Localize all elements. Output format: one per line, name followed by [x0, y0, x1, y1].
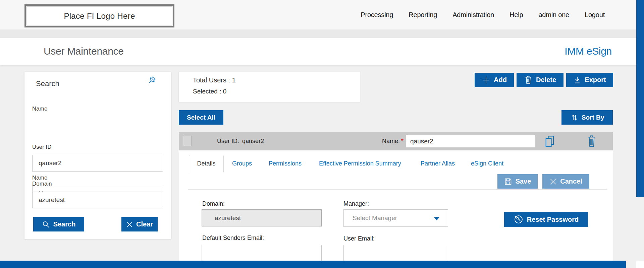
chevron-down-icon — [434, 217, 440, 220]
cancel-button[interactable]: Cancel — [542, 174, 589, 189]
cancel-x-icon — [549, 178, 557, 185]
top-bar: Place FI Logo Here Processing Reporting … — [0, 0, 644, 29]
pin-icon[interactable] — [145, 75, 158, 90]
row-name-label: Name: * — [382, 132, 404, 150]
row-checkbox[interactable] — [183, 136, 192, 146]
form-domain-label: Domain: — [202, 200, 225, 207]
user-details-panel: Details Groups Permissions Effective Per… — [179, 150, 613, 261]
manager-select-value: Select Manager — [353, 214, 397, 222]
row-user-id-value: qauser2 — [242, 132, 264, 150]
form-user-email-label: User Email: — [343, 235, 375, 242]
tab-partner-alias[interactable]: Partner Alias — [421, 155, 455, 172]
manager-select[interactable]: Select Manager — [343, 209, 448, 227]
selected-count-text: Selected : 0 — [193, 88, 360, 95]
nav-administration[interactable]: Administration — [452, 11, 494, 19]
tab-permissions[interactable]: Permissions — [269, 155, 302, 172]
reset-password-button[interactable]: Reset Password — [504, 212, 588, 227]
header-divider-band — [0, 29, 644, 38]
form-default-senders-email-label: Default Senders Email: — [202, 234, 264, 242]
tab-effective-permission-summary[interactable]: Effective Permission Summary — [319, 155, 401, 172]
clear-button[interactable]: Clear — [121, 217, 158, 231]
row-name-label-text: Name: — [382, 138, 400, 145]
search-domain-input[interactable] — [32, 192, 163, 208]
nav-help[interactable]: Help — [509, 11, 523, 19]
copy-user-icon[interactable] — [544, 135, 555, 149]
nav-reporting[interactable]: Reporting — [409, 11, 437, 19]
save-button[interactable]: Save — [497, 174, 538, 189]
export-button-label: Export — [585, 76, 606, 84]
logo-text: Place FI Logo Here — [64, 11, 135, 21]
clear-button-label: Clear — [136, 220, 153, 228]
save-icon — [504, 178, 512, 186]
sort-icon — [570, 113, 578, 122]
nav-user-menu[interactable]: admin one — [538, 11, 569, 19]
sort-by-button[interactable]: Sort By — [561, 110, 613, 125]
required-asterisk: * — [401, 138, 404, 145]
tab-esign-client[interactable]: eSign Client — [471, 155, 503, 172]
nav-logout[interactable]: Logout — [585, 11, 605, 19]
cancel-button-label: Cancel — [560, 178, 582, 185]
row-name-input[interactable] — [406, 135, 535, 147]
fi-logo-placeholder: Place FI Logo Here — [24, 4, 174, 27]
sort-by-label: Sort By — [582, 114, 604, 121]
tab-details[interactable]: Details — [189, 155, 224, 172]
bottom-accent-bar — [0, 261, 626, 268]
nav-processing[interactable]: Processing — [361, 11, 393, 19]
form-domain-value: azuretest — [215, 214, 241, 222]
add-button[interactable]: Add — [475, 73, 514, 87]
right-scrollbar-strip[interactable] — [636, 0, 644, 197]
scrollbar-corner — [636, 261, 644, 268]
reset-password-icon — [514, 214, 524, 224]
name-label: Name — [32, 175, 47, 181]
form-domain-input: azuretest — [202, 209, 322, 226]
add-button-label: Add — [494, 76, 507, 84]
search-panel-title: Search — [36, 79, 59, 88]
row-user-id-label: User ID: — [217, 132, 239, 150]
name-label: Name — [32, 106, 47, 112]
domain-label: Domain — [32, 181, 52, 187]
user-row-header: User ID: qauser2 Name: * — [179, 132, 613, 150]
page-title-bar: User Maintenance i IMM eSign — [0, 38, 644, 65]
form-manager-label: Manager: — [343, 200, 369, 207]
search-user-id-input[interactable] — [32, 155, 163, 172]
search-button-label: Search — [53, 220, 76, 228]
select-all-button[interactable]: Select All — [179, 110, 223, 125]
tab-groups[interactable]: Groups — [232, 155, 252, 172]
search-panel: Search Name User ID Domain Name Search C… — [24, 72, 171, 239]
default-senders-email-input[interactable] — [202, 245, 322, 261]
delete-button[interactable]: Delete — [517, 73, 564, 87]
save-button-label: Save — [516, 178, 531, 185]
brand-text: IMM eSign — [565, 38, 612, 65]
user-id-label: User ID — [32, 144, 52, 150]
export-button[interactable]: Export — [566, 73, 613, 87]
reset-password-label: Reset Password — [527, 216, 579, 223]
total-users-text: Total Users : 1 — [193, 76, 360, 84]
page-title: User Maintenance — [44, 38, 124, 65]
main-nav: Processing Reporting Administration Help… — [361, 0, 605, 29]
totals-card: Total Users : 1 Selected : 0 — [179, 72, 360, 102]
user-email-input[interactable] — [343, 245, 448, 261]
row-delete-icon[interactable] — [587, 135, 597, 149]
select-all-label: Select All — [187, 114, 215, 121]
delete-button-label: Delete — [536, 76, 556, 84]
panel-divider — [188, 189, 607, 190]
search-button[interactable]: Search — [33, 217, 84, 231]
